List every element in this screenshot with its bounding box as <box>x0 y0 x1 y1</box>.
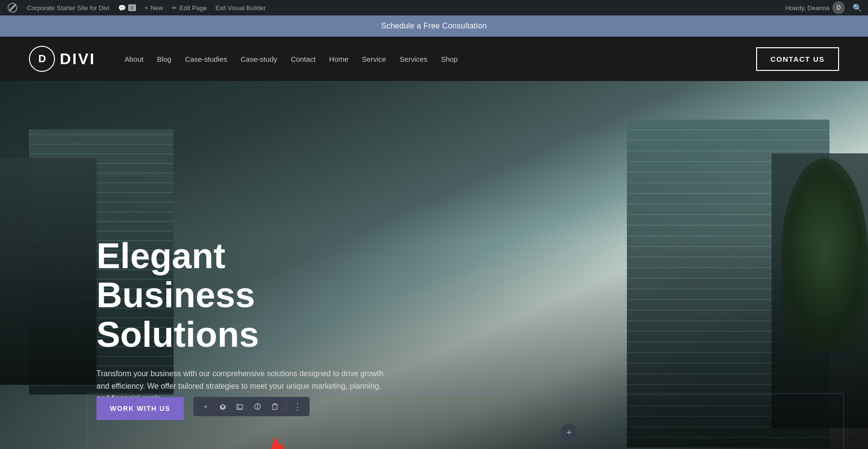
svg-rect-0 <box>238 405 243 409</box>
wp-admin-bar: Corporate Starter Site for Divi 💬 0 + Ne… <box>0 0 868 15</box>
add-section-area: + <box>135 424 868 441</box>
hero-title: Elegant Business Solutions <box>96 236 386 354</box>
howdy-text: Howdy, Deanna D <box>785 1 845 14</box>
nav-shop[interactable]: Shop <box>441 55 458 63</box>
logo-area[interactable]: D DIVI <box>29 46 95 72</box>
toolbar-disable-button[interactable] <box>250 399 265 414</box>
toolbar-add-button[interactable]: + <box>198 399 213 414</box>
comments-button[interactable]: 💬 0 <box>114 0 140 15</box>
nav-case-study[interactable]: Case-study <box>241 55 277 63</box>
contact-us-button[interactable]: CONTACT US <box>756 47 839 71</box>
toolbar-duplicate-button[interactable] <box>233 399 247 414</box>
edit-page-button[interactable]: ✏ Edit Page <box>168 0 210 15</box>
new-button[interactable]: + New <box>141 0 167 15</box>
wp-logo-icon[interactable] <box>6 1 19 14</box>
toolbar-divider <box>286 402 286 411</box>
nav-case-studies[interactable]: Case-studies <box>185 55 227 63</box>
logo-icon: D <box>29 46 55 72</box>
top-banner[interactable]: Schedule a Free Consultation <box>0 15 868 37</box>
avatar: D <box>832 1 845 14</box>
hero-section: Elegant Business Solutions Transform you… <box>0 81 868 449</box>
site-header: D DIVI About Blog Case-studies Case-stud… <box>0 37 868 81</box>
svg-point-2 <box>258 408 258 408</box>
nav-about[interactable]: About <box>124 55 143 63</box>
main-nav: About Blog Case-studies Case-study Conta… <box>124 55 756 63</box>
site-name[interactable]: Corporate Starter Site for Divi <box>23 0 113 15</box>
module-area: WORK WITH US + <box>0 397 868 441</box>
add-section-button[interactable]: + <box>560 424 578 441</box>
exit-builder-button[interactable]: Exit Visual Builder <box>212 0 270 15</box>
toolbar-settings-button[interactable] <box>216 399 230 414</box>
cta-toolbar-row: WORK WITH US + <box>0 397 868 420</box>
admin-bar-right: Howdy, Deanna D 🔍 <box>785 1 862 14</box>
nav-service[interactable]: Service <box>362 55 386 63</box>
module-toolbar: + ⋮ <box>193 397 310 416</box>
nav-contact[interactable]: Contact <box>291 55 316 63</box>
work-with-us-button[interactable]: WORK WITH US <box>96 397 184 420</box>
search-icon[interactable]: 🔍 <box>853 3 862 13</box>
toolbar-more-button[interactable]: ⋮ <box>290 399 305 414</box>
nav-home[interactable]: Home <box>329 55 349 63</box>
logo-text: DIVI <box>60 50 95 68</box>
toolbar-delete-button[interactable] <box>268 399 282 414</box>
nav-blog[interactable]: Blog <box>157 55 171 63</box>
nav-services[interactable]: Services <box>400 55 428 63</box>
